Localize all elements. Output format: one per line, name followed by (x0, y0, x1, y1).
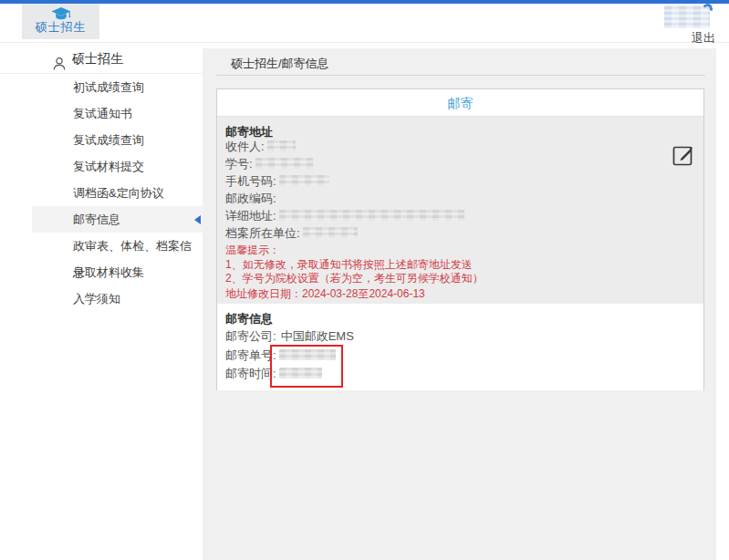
logo[interactable]: 硕士招生 (22, 4, 99, 39)
shipping-info-section: 邮寄信息 邮寄公司:中国邮政EMS 邮寄单号: 邮寄时间: (217, 304, 703, 390)
mailing-card: 邮寄 邮寄地址 收件人: 学号: 手机号码: 邮政编码: 详细地址: (216, 88, 704, 390)
sidebar-item-enrollment-notes[interactable]: 入学须知 (0, 285, 203, 312)
redacted-value (279, 210, 464, 221)
tip-line-2: 2、学号为院校设置（若为空，考生可另候学校通知） (225, 272, 484, 285)
shipping-company-value: 中国邮政EMS (281, 329, 354, 343)
redacted-value (267, 140, 296, 151)
redacted-value (303, 227, 358, 238)
mailing-address-section: 邮寄地址 收件人: 学号: 手机号码: 邮政编码: 详细地址: 档案所在单位: (217, 117, 703, 304)
field-label: 学号: (225, 157, 253, 171)
logo-label: 硕士招生 (22, 20, 99, 34)
sidebar-item-label: 入学须知 (73, 292, 120, 306)
sidebar-item-retest-notice[interactable]: 复试通知书 (0, 100, 203, 127)
sidebar-item-admission-materials[interactable]: 录取材料收集 (0, 259, 203, 285)
tab-row: 邮寄 (217, 89, 703, 117)
edit-address-button[interactable] (672, 142, 695, 167)
sidebar-item-label: 复试材料提交 (73, 160, 144, 173)
sidebar-item-retest-materials[interactable]: 复试材料提交 (0, 153, 203, 180)
sidebar-item-label: 调档函&定向协议 (73, 186, 164, 200)
sidebar-item-archive-agreement[interactable]: 调档函&定向协议 (0, 180, 203, 206)
field-row-recipient: 收件人: (225, 140, 296, 153)
tips-title: 温馨提示： (225, 244, 280, 256)
graduation-cap-icon (22, 4, 99, 20)
redacted-value (279, 175, 329, 186)
address-edit-date-note: 地址修改日期：2024-03-28至2024-06-13 (225, 287, 425, 300)
field-row-address: 详细地址: (225, 210, 464, 223)
field-label: 手机号码: (225, 174, 276, 188)
redacted-value (255, 158, 313, 169)
breadcrumb: 硕士招生/邮寄信息 (231, 56, 329, 72)
mailing-address-title: 邮寄地址 (225, 124, 273, 140)
shipping-info-title: 邮寄信息 (225, 311, 273, 327)
app-window: 硕士招生 退出 硕士招生 初试成绩查询 复试通知书 复试成绩查询 复试材料提交 … (0, 0, 729, 560)
sidebar-item-political-review[interactable]: 政审表、体检、档案信息 (0, 233, 203, 259)
field-label: 邮寄单号: (225, 348, 276, 362)
shipping-company-row: 邮寄公司:中国邮政EMS (225, 330, 354, 343)
sidebar-item-label: 初试成绩查询 (73, 80, 144, 94)
field-label: 邮寄时间: (225, 367, 276, 380)
field-label: 邮寄公司: (225, 329, 276, 343)
sidebar-item-label: 复试通知书 (73, 107, 132, 120)
top-bar: 硕士招生 退出 (0, 4, 729, 43)
sidebar-item-retest-scores[interactable]: 复试成绩查询 (0, 127, 203, 153)
field-row-phone: 手机号码: (225, 175, 329, 188)
divider (216, 75, 705, 76)
sidebar-item-mailing-info[interactable]: 邮寄信息 (32, 206, 203, 233)
avatar-arc-icon (702, 3, 714, 16)
logout-button[interactable]: 退出 (692, 30, 715, 47)
sidebar-item-label: 邮寄信息 (73, 213, 120, 226)
field-label: 档案所在单位: (225, 226, 300, 240)
sidebar-menu: 初试成绩查询 复试通知书 复试成绩查询 复试材料提交 调档函&定向协议 邮寄信息… (0, 74, 203, 312)
user-name-redacted (664, 5, 710, 28)
sidebar-header: 硕士招生 (0, 43, 203, 74)
field-label: 收件人: (225, 140, 265, 153)
tip-line-1: 1、如无修改，录取通知书将按照上述邮寄地址发送 (225, 258, 473, 271)
field-row-student-id: 学号: (225, 158, 313, 171)
main-area: 硕士招生/邮寄信息 邮寄 邮寄地址 收件人: 学号: 手机号码: 邮政编码: (203, 48, 716, 560)
field-row-postcode: 邮政编码: (225, 192, 276, 205)
sidebar-item-label: 录取材料收集 (73, 265, 144, 279)
sidebar-title: 硕士招生 (72, 43, 123, 74)
tab-mailing[interactable]: 邮寄 (448, 96, 474, 110)
selected-arrow-icon (194, 215, 201, 224)
sidebar-item-label: 复试成绩查询 (73, 133, 144, 147)
field-row-archive-unit: 档案所在单位: (225, 227, 358, 240)
field-label: 详细地址: (225, 209, 276, 223)
red-highlight-box (270, 345, 343, 388)
field-label: 邮政编码: (225, 192, 276, 205)
sidebar-item-first-exam-scores[interactable]: 初试成绩查询 (0, 74, 203, 100)
sidebar: 硕士招生 初试成绩查询 复试通知书 复试成绩查询 复试材料提交 调档函&定向协议… (0, 43, 203, 560)
